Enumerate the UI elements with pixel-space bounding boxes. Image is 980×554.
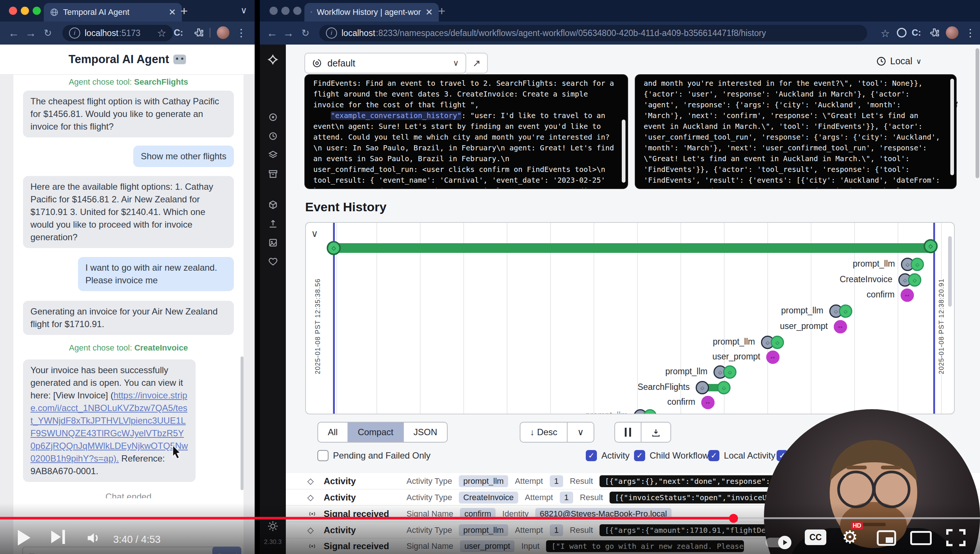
profile-avatar[interactable] bbox=[217, 26, 229, 39]
feedback-heart-icon[interactable] bbox=[268, 256, 278, 267]
download-icon bbox=[651, 428, 661, 438]
filter-local-activity[interactable]: ✓Local Activity bbox=[708, 450, 775, 461]
address-bar[interactable]: i localhost:5173 ☆ bbox=[62, 25, 173, 41]
new-tab-button[interactable]: + bbox=[180, 4, 188, 18]
tab-title: Temporal AI Agent bbox=[63, 8, 130, 17]
workflows-icon[interactable] bbox=[268, 112, 278, 122]
expand-diamond-icon[interactable]: ◇ bbox=[307, 493, 317, 502]
miniplayer-button[interactable] bbox=[877, 530, 896, 546]
browser-menu-kebab-icon[interactable]: ⋮ bbox=[236, 27, 247, 39]
autoplay-toggle[interactable] bbox=[765, 538, 790, 547]
archive-icon[interactable] bbox=[268, 169, 278, 179]
video-progress-played[interactable] bbox=[0, 517, 730, 519]
zoom-window-button[interactable] bbox=[33, 7, 41, 15]
workflow-start-marker[interactable]: ◇ bbox=[327, 241, 341, 255]
left-browser-window: Temporal AI Agent ✕ + ∨ ← → ↻ i localhos… bbox=[0, 0, 255, 554]
minimize-window-button[interactable] bbox=[282, 7, 290, 15]
activity-checkbox[interactable]: ✓ bbox=[586, 450, 597, 461]
bookmark-star-icon[interactable]: ☆ bbox=[157, 27, 166, 39]
status-circle-icon[interactable] bbox=[897, 28, 907, 38]
local-activity-checkbox[interactable]: ✓ bbox=[708, 450, 719, 461]
fullscreen-button[interactable] bbox=[946, 529, 966, 546]
forward-button[interactable]: → bbox=[283, 22, 294, 45]
workflow-input-code-panel[interactable]: FindEvents: Find an event to travel to 2… bbox=[305, 75, 627, 188]
code-scrollbar[interactable] bbox=[622, 119, 625, 183]
back-button[interactable]: ← bbox=[8, 22, 19, 45]
profile-avatar[interactable] bbox=[946, 26, 958, 39]
bookmark-star-icon[interactable]: ☆ bbox=[880, 27, 890, 40]
workflow-end-marker[interactable]: ◇ bbox=[924, 239, 938, 253]
chat-ended-status: Chat ended bbox=[23, 492, 234, 498]
code-scrollbar[interactable] bbox=[950, 79, 954, 175]
browser-tab[interactable]: Workflow History | agent-wor ✕ bbox=[304, 3, 439, 22]
close-window-button[interactable] bbox=[9, 7, 17, 15]
view-json-button[interactable]: JSON bbox=[404, 423, 447, 442]
expand-diamond-icon[interactable]: ◇ bbox=[307, 476, 317, 486]
captions-button[interactable]: CC bbox=[805, 530, 826, 545]
namespaces-stack-icon[interactable] bbox=[268, 150, 278, 160]
nexus-cube-icon[interactable] bbox=[268, 200, 278, 210]
sort-chevron-button[interactable]: ∨ bbox=[568, 423, 593, 442]
filter-child-workflow[interactable]: ✓Child Workflow bbox=[634, 450, 709, 461]
video-progress-remaining[interactable] bbox=[738, 517, 980, 519]
extension-c-icon[interactable]: C: bbox=[912, 27, 921, 38]
filter-activity[interactable]: ✓Activity bbox=[586, 450, 630, 461]
sort-desc-button[interactable]: ↓ Desc bbox=[520, 423, 568, 442]
browser-tab[interactable]: Temporal AI Agent ✕ bbox=[44, 3, 182, 22]
pending-failed-checkbox[interactable] bbox=[317, 450, 329, 461]
new-tab-button[interactable]: + bbox=[438, 4, 445, 18]
zoom-window-button[interactable] bbox=[293, 7, 301, 15]
volume-icon[interactable] bbox=[84, 530, 102, 546]
timeline-scrollbar[interactable] bbox=[948, 236, 952, 307]
back-button[interactable]: ← bbox=[267, 22, 278, 45]
open-namespace-button[interactable]: ↗ bbox=[466, 53, 488, 73]
timezone-value: Local bbox=[890, 56, 912, 67]
play-button[interactable] bbox=[18, 530, 30, 546]
schedules-icon[interactable] bbox=[268, 131, 278, 141]
site-info-icon[interactable]: i bbox=[69, 27, 80, 38]
extension-c-icon[interactable]: C: bbox=[174, 27, 183, 38]
close-tab-icon[interactable]: ✕ bbox=[169, 7, 176, 18]
pending-failed-filter[interactable]: Pending and Failed Only bbox=[317, 450, 431, 461]
reload-button[interactable]: ↻ bbox=[301, 22, 310, 45]
video-progress-handle[interactable] bbox=[729, 514, 738, 523]
view-compact-button[interactable]: Compact bbox=[348, 423, 404, 442]
extensions-puzzle-icon[interactable] bbox=[193, 27, 204, 38]
next-button[interactable] bbox=[51, 530, 65, 544]
pause-button[interactable] bbox=[615, 423, 641, 442]
download-button[interactable] bbox=[641, 423, 670, 442]
agent-message: Generating an invoice for your Air New Z… bbox=[23, 301, 234, 335]
theater-mode-button[interactable] bbox=[910, 531, 932, 545]
agent-message: The cheapest flight option is with Catha… bbox=[23, 91, 234, 137]
child-workflow-checkbox[interactable]: ✓ bbox=[634, 450, 645, 461]
settings-gear-button[interactable]: ⚙HD bbox=[842, 527, 858, 547]
invoice-link[interactable]: https://invoice.stripe.com/i/acct_1NBOLu… bbox=[30, 390, 188, 463]
minimize-window-button[interactable] bbox=[21, 7, 29, 15]
temporal-logo-icon[interactable] bbox=[266, 54, 280, 68]
timezone-select[interactable]: Local ∨ bbox=[876, 56, 921, 67]
conversation-history-code-panel[interactable]: and month you're interested in for the e… bbox=[635, 75, 956, 188]
video-time-display: 3:40 / 4:53 bbox=[113, 534, 161, 546]
collapse-timeline-chevron-icon[interactable]: ∨ bbox=[311, 228, 318, 239]
browser-menu-kebab-icon[interactable]: ⋮ bbox=[965, 27, 975, 39]
tool-choice-label: Agent chose tool: CreateInvoice bbox=[23, 343, 234, 353]
url-port: :5173 bbox=[119, 28, 141, 38]
app-title: Temporal AI Agent bbox=[69, 53, 169, 66]
tab-overflow-chevron-icon[interactable]: ∨ bbox=[240, 5, 247, 16]
address-bar[interactable]: i localhost:8233/namespaces/default/work… bbox=[319, 25, 867, 41]
reload-button[interactable]: ↻ bbox=[44, 22, 52, 45]
page-scrollbar[interactable] bbox=[975, 48, 979, 178]
view-all-button[interactable]: All bbox=[318, 423, 348, 442]
url-host: localhost bbox=[342, 28, 375, 38]
close-tab-icon[interactable]: ✕ bbox=[425, 7, 433, 18]
namespace-select[interactable]: default ∨ bbox=[304, 53, 466, 73]
chat-scrollbar[interactable] bbox=[240, 357, 243, 490]
workflow-span-bar[interactable] bbox=[334, 243, 934, 253]
extensions-puzzle-icon[interactable] bbox=[929, 27, 940, 38]
forward-button[interactable]: → bbox=[25, 22, 37, 45]
site-info-icon[interactable]: i bbox=[326, 27, 337, 38]
import-icon[interactable] bbox=[268, 219, 278, 229]
close-window-button[interactable] bbox=[269, 7, 278, 15]
chat-message-list: Agent chose tool: SearchFlights The chea… bbox=[13, 74, 243, 498]
labs-icon[interactable] bbox=[268, 238, 278, 248]
